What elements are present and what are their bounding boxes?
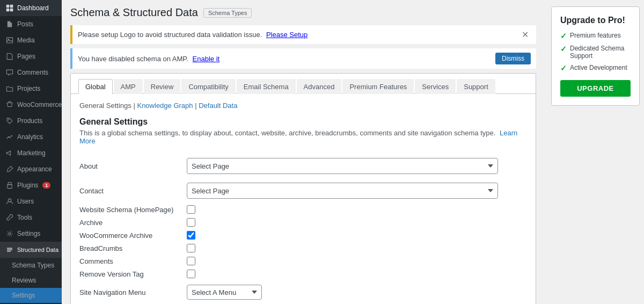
website-schema-label: Website Schema (HomePage) [79, 206, 173, 214]
field-remove-version-tag: Remove Version Tag [79, 267, 527, 280]
sidebar-item-pages[interactable]: Pages [0, 48, 62, 64]
tabs-row: Global AMP Review Compatibility Email Sc… [71, 74, 536, 94]
content-area: Global AMP Review Compatibility Email Sc… [70, 73, 536, 304]
field-archive: Archive [79, 216, 527, 229]
tag-icon [5, 117, 14, 125]
sidebar-item-dashboard[interactable]: Dashboard [0, 0, 62, 16]
wrench-icon [5, 213, 14, 222]
breadcrumbs-checkbox[interactable] [187, 244, 195, 252]
svg-point-11 [8, 199, 11, 202]
amp-notice-link[interactable]: Enable it [193, 55, 220, 63]
sidebar: Dashboard Posts Media Pages Comments Pro… [0, 0, 62, 304]
svg-rect-3 [10, 9, 13, 12]
breadcrumb-link-default-data[interactable]: Default Data [199, 102, 237, 110]
about-label: About [79, 162, 98, 170]
amp-dismiss-button[interactable]: Dismiss [495, 53, 531, 64]
tab-global[interactable]: Global [78, 79, 113, 94]
field-website-schema: Website Schema (HomePage) [79, 203, 527, 216]
upgrade-button[interactable]: UPGRADE [560, 80, 631, 97]
remove-version-checkbox[interactable] [187, 270, 195, 278]
sidebar-item-plugins[interactable]: Plugins 1 [0, 177, 62, 193]
about-select[interactable]: Select Page [187, 158, 498, 174]
schema-types-badge[interactable]: Schema Types [203, 8, 252, 18]
tab-email-schema[interactable]: Email Schema [237, 79, 296, 94]
sidebar-item-products[interactable]: Products [0, 113, 62, 129]
sidebar-item-projects[interactable]: Projects [0, 81, 62, 97]
field-breadcrumbs: BreadCrumbs [79, 242, 527, 255]
sidebar-subitem-reviews[interactable]: Reviews [0, 273, 62, 288]
upgrade-feature-label: Active Development [570, 64, 627, 71]
sidebar-item-media[interactable]: Media [0, 32, 62, 48]
sidebar-subitem-schema-types[interactable]: Schema Types [0, 258, 62, 273]
tab-services[interactable]: Services [415, 79, 456, 94]
website-schema-checkbox[interactable] [187, 205, 195, 214]
sidebar-subitem-label: Schema Types [12, 262, 54, 269]
sidebar-subitem-settings[interactable]: Settings [0, 288, 62, 303]
sidebar-item-tools[interactable]: Tools [0, 209, 62, 226]
remove-version-label: Remove Version Tag [79, 270, 144, 278]
plugins-badge: 1 [42, 182, 50, 189]
sidebar-submenu: Schema Types Reviews Settings Upgrade To… [0, 258, 62, 304]
svg-rect-2 [6, 9, 10, 12]
tab-review[interactable]: Review [144, 79, 181, 94]
upgrade-feature-1: ✓ Dedicated Schema Support [560, 45, 631, 60]
check-icon: ✓ [560, 64, 567, 73]
contact-label: Contact [79, 187, 104, 195]
sidebar-item-marketing[interactable]: Marketing [0, 145, 62, 161]
sidebar-item-label: Marketing [17, 149, 46, 157]
woocommerce-archive-checkbox[interactable] [187, 231, 195, 240]
sidebar-item-label: Structured Data [17, 247, 58, 253]
sidebar-item-users[interactable]: Users [0, 193, 62, 209]
tab-compatibility[interactable]: Compatibility [181, 79, 235, 94]
logo-notice-close[interactable]: ✕ [519, 30, 531, 40]
bag-icon [5, 100, 14, 109]
sidebar-item-settings[interactable]: Settings [0, 226, 62, 242]
sidebar-item-label: Pages [17, 53, 35, 60]
tab-content-global: General Settings | Knowledge Graph | Def… [71, 94, 536, 304]
check-icon: ✓ [560, 45, 567, 53]
upgrade-feature-label: Premium features [570, 32, 621, 39]
field-woocommerce-archive: WooCommerce Archive [79, 229, 527, 242]
sidebar-subitem-label: Reviews [12, 277, 36, 284]
sidebar-item-posts[interactable]: Posts [0, 16, 62, 32]
tab-advanced[interactable]: Advanced [297, 79, 342, 94]
section-description: This is a global schema settings, to dis… [79, 129, 527, 145]
upgrade-panel: Upgrade to Pro! ✓ Premium features ✓ Ded… [545, 0, 644, 304]
sidebar-item-comments[interactable]: Comments [0, 64, 62, 81]
tab-support[interactable]: Support [457, 79, 495, 94]
sidebar-item-label: Comments [17, 69, 48, 76]
sidebar-item-label: Plugins [17, 182, 38, 189]
svg-rect-6 [6, 38, 12, 43]
plugin-icon [5, 181, 14, 190]
sidebar-item-appearance[interactable]: Appearance [0, 161, 62, 177]
sidebar-item-label: Appearance [17, 165, 52, 173]
sidebar-item-label: Analytics [17, 133, 43, 141]
comments-checkbox[interactable] [187, 257, 195, 265]
settings-form: About Select Page Contact Select Page [79, 154, 527, 304]
chart-icon [5, 133, 14, 141]
tab-premium-features[interactable]: Premium Features [342, 79, 414, 94]
page-header: Schema & Structured Data Schema Types [70, 6, 536, 19]
svg-point-12 [9, 233, 11, 235]
sidebar-item-label: Users [17, 198, 34, 205]
sidebar-item-analytics[interactable]: Analytics [0, 129, 62, 145]
site-nav-select[interactable]: Select A Menu [187, 285, 262, 300]
document-icon [5, 20, 14, 28]
logo-notice-link[interactable]: Please Setup [266, 31, 308, 39]
data-icon [5, 245, 14, 254]
user-icon [5, 197, 14, 206]
breadcrumb-link-knowledge-graph[interactable]: Knowledge Graph [137, 102, 193, 110]
tab-amp[interactable]: AMP [114, 79, 143, 94]
brush-icon [5, 165, 14, 173]
archive-checkbox[interactable] [187, 218, 195, 227]
sidebar-item-label: WooCommerce [17, 101, 62, 108]
sidebar-item-woocommerce[interactable]: WooCommerce [0, 97, 62, 113]
field-comments: Comments [79, 255, 527, 267]
site-nav-label: Site Navigation Menu [79, 288, 146, 296]
field-about: About Select Page [79, 154, 527, 178]
contact-select[interactable]: Select Page [187, 183, 498, 199]
upgrade-title: Upgrade to Pro! [560, 16, 631, 25]
sidebar-item-structured-data[interactable]: Structured Data [0, 242, 62, 258]
sidebar-item-label: Posts [17, 20, 33, 28]
logo-notice-text: Please setup Logo to avoid structured da… [78, 31, 519, 39]
